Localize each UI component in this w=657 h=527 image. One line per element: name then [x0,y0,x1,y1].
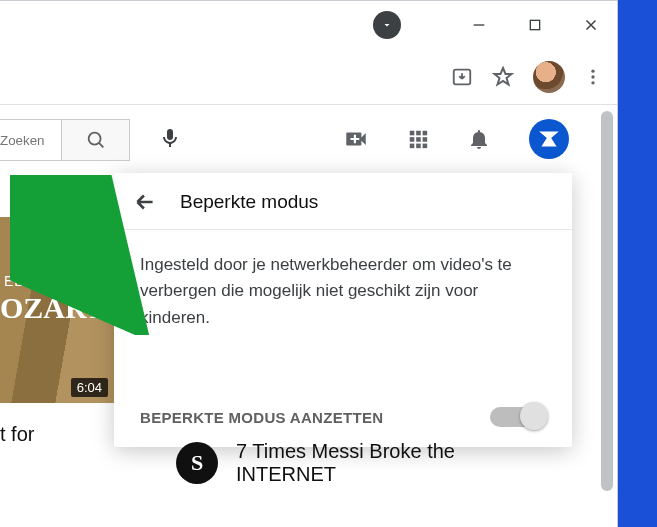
notifications-bell-icon[interactable] [467,127,491,151]
search-button[interactable] [62,119,130,161]
search-input[interactable] [0,119,62,161]
popup-description: Ingesteld door je netwerkbeheerder om vi… [140,252,546,331]
voice-search-icon[interactable] [158,126,182,154]
svg-rect-8 [416,131,421,136]
popup-header: Beperkte modus [114,173,572,230]
svg-rect-0 [474,24,485,25]
svg-rect-15 [423,144,428,149]
svg-rect-12 [423,137,428,142]
back-arrow-icon[interactable] [132,189,158,215]
thumbnail-overlay-text: ELAX WITH [4,273,88,289]
popup-title: Beperkte modus [180,191,318,213]
window-titlebar [0,1,617,49]
apps-grid-icon[interactable] [407,128,429,150]
svg-rect-14 [416,144,421,149]
video-title-fragment[interactable]: t for [0,423,34,446]
svg-point-4 [591,75,594,78]
bookmark-star-icon[interactable] [491,65,515,89]
window-close-button[interactable] [573,7,609,43]
browser-menu-icon[interactable] [583,67,603,87]
svg-rect-13 [410,144,415,149]
install-app-icon[interactable] [451,66,473,88]
window-minimize-button[interactable] [461,7,497,43]
search-row [0,119,182,161]
recommendation-row[interactable]: S 7 Times Messi Broke the INTERNET [176,440,455,486]
svg-rect-11 [416,137,421,142]
svg-rect-9 [423,131,428,136]
svg-point-6 [88,133,100,145]
svg-point-3 [591,69,594,72]
popup-toggle-row: BEPERKTE MODUS AANZETTEN [114,389,572,447]
recommendation-title-line1: 7 Times Messi Broke the [236,440,455,463]
youtube-header-icons [343,119,569,159]
vertical-scrollbar[interactable] [601,111,613,491]
video-thumbnail[interactable]: ELAX WITH OZART 6:04 [0,217,114,403]
svg-rect-7 [410,131,415,136]
youtube-account-avatar[interactable] [529,119,569,159]
tab-dropdown-icon[interactable] [373,11,401,39]
toggle-knob [520,402,548,430]
window-maximize-button[interactable] [517,7,553,43]
browser-toolbar [0,49,617,105]
video-duration-badge: 6:04 [71,378,108,397]
svg-rect-10 [410,137,415,142]
recommendation-text: 7 Times Messi Broke the INTERNET [236,440,455,486]
svg-point-5 [591,81,594,84]
popup-body: Ingesteld door je netwerkbeheerder om vi… [114,230,572,389]
browser-window: ELAX WITH OZART 6:04 t for Beperkte modu… [0,0,618,527]
recommendation-title-line2: INTERNET [236,463,455,486]
restricted-mode-toggle[interactable] [490,407,546,427]
restricted-mode-toggle-label: BEPERKTE MODUS AANZETTEN [140,409,383,426]
page-content: ELAX WITH OZART 6:04 t for Beperkte modu… [0,105,617,527]
svg-rect-1 [530,20,539,29]
restricted-mode-popup: Beperkte modus Ingesteld door je netwerk… [114,173,572,447]
create-video-icon[interactable] [343,126,369,152]
channel-avatar-letter: S [191,450,203,476]
channel-avatar[interactable]: S [176,442,218,484]
thumbnail-overlay-title: OZART [0,291,106,325]
browser-profile-avatar[interactable] [533,61,565,93]
